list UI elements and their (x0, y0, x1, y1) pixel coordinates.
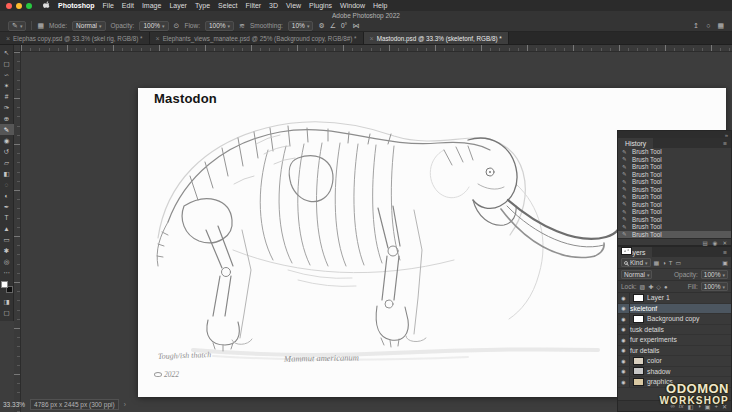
layer-row-shadow[interactable]: ◉shadow (618, 367, 731, 378)
history-entry[interactable]: ✎Brush Tool (618, 208, 731, 216)
airbrush-icon[interactable]: ≋ (239, 22, 245, 30)
color-swatches[interactable] (1, 281, 13, 293)
layer-row-skeletonf[interactable]: ◉skeletonf (618, 304, 731, 315)
layer-row-fur-details[interactable]: ◉fur details (618, 346, 731, 357)
history-entry[interactable]: ✎Brush Tool (618, 148, 731, 156)
search-icon[interactable]: ○ (706, 22, 710, 29)
status-chevron-icon[interactable]: › (124, 401, 126, 408)
document-info[interactable]: 4786 px x 2445 px (300 ppi) (30, 399, 119, 410)
lock-transparency-icon[interactable]: ▨ (640, 283, 646, 290)
menu-select[interactable]: Select (218, 2, 237, 9)
menu-type[interactable]: Type (195, 2, 210, 9)
zoom-tool[interactable]: ◎ (0, 256, 14, 267)
layer-row-fur-experiments[interactable]: ◉fur experiments (618, 335, 731, 346)
menu-layer[interactable]: Layer (169, 2, 187, 9)
menu-image[interactable]: Image (142, 2, 161, 9)
visibility-eye-icon[interactable]: ◉ (618, 377, 630, 387)
lock-all-icon[interactable]: ● (664, 284, 668, 290)
share-icon[interactable]: ↥ (693, 22, 699, 30)
layer-row-color[interactable]: ◉color (618, 356, 731, 367)
lock-position-icon[interactable]: ◇ (656, 283, 661, 290)
eraser-tool[interactable]: ▱ (0, 157, 14, 168)
collapse-panel-icon[interactable]: » (725, 132, 728, 138)
delete-state-icon[interactable]: ✕ (722, 240, 727, 246)
visibility-eye-icon[interactable]: ◉ (618, 356, 630, 366)
history-entry[interactable]: ✎Brush Tool (618, 216, 731, 224)
quick-mask-button[interactable]: ◨ (0, 296, 14, 307)
fullscreen-window-button[interactable] (26, 3, 32, 9)
foreground-color-swatch[interactable] (1, 281, 8, 288)
layer-row-background-copy[interactable]: ◉Background copy (618, 314, 731, 325)
history-entry[interactable]: ✎Brush Tool (618, 178, 731, 186)
screen-mode-button[interactable]: ▢ (0, 307, 14, 318)
lasso-tool[interactable]: ∽ (0, 69, 14, 80)
eyedropper-tool[interactable]: ✑ (0, 102, 14, 113)
pen-tool[interactable]: ✒ (0, 201, 14, 212)
filter-adjustment-layers-icon[interactable]: ◑ (662, 260, 666, 266)
history-entry-current[interactable]: ✎Brush Tool (618, 231, 731, 239)
gradient-tool[interactable]: ◧ (0, 168, 14, 179)
layer-opacity-select[interactable]: 100%▾ (701, 270, 728, 279)
brush-tool[interactable]: ✎ (0, 124, 14, 135)
symmetry-icon[interactable]: ⋈ (352, 22, 359, 30)
visibility-eye-icon[interactable]: ◉ (618, 293, 630, 303)
close-window-button[interactable] (6, 3, 12, 9)
smoothing-select[interactable]: 10%▾ (288, 21, 314, 31)
flow-select[interactable]: 100%▾ (205, 21, 234, 31)
visibility-eye-icon[interactable]: ◉ (618, 367, 630, 377)
close-icon[interactable]: × (156, 35, 160, 42)
move-tool[interactable]: ↖ (0, 47, 14, 58)
menu-plugins[interactable]: Plugins (309, 2, 332, 9)
layer-fill-select[interactable]: 100%▾ (701, 282, 728, 291)
menu-file[interactable]: File (103, 2, 114, 9)
apple-menu-icon[interactable] (42, 1, 50, 11)
history-entry[interactable]: ✎Brush Tool (618, 171, 731, 179)
close-icon[interactable]: × (6, 35, 10, 42)
blur-tool[interactable]: ◌ (0, 179, 14, 190)
history-entry[interactable]: ✎Brush Tool (618, 193, 731, 201)
visibility-eye-icon[interactable]: ◉ (618, 325, 630, 335)
object-selection-tool[interactable]: ✶ (0, 80, 14, 91)
visibility-eye-icon[interactable]: ◉ (618, 346, 630, 356)
menu-filter[interactable]: Filter (246, 2, 262, 9)
panel-menu-icon[interactable]: ≡ (723, 247, 731, 257)
close-icon[interactable]: × (370, 35, 374, 42)
opacity-select[interactable]: 100%▾ (139, 21, 168, 31)
menu-help[interactable]: Help (373, 2, 387, 9)
visibility-eye-icon[interactable]: ◉ (618, 335, 630, 345)
menu-edit[interactable]: Edit (122, 2, 134, 9)
history-entry[interactable]: ✎Brush Tool (618, 163, 731, 171)
layer-row-layer-1[interactable]: ◉Layer 1 (618, 293, 731, 304)
visibility-eye-icon[interactable]: ◉ (618, 304, 630, 314)
panel-menu-icon[interactable]: ≡ (723, 138, 731, 148)
vertical-ruler[interactable] (14, 52, 21, 412)
type-tool[interactable]: T (0, 212, 14, 223)
menu-window[interactable]: Window (340, 2, 365, 9)
filter-kind-select[interactable]: Kind▾ (621, 258, 651, 267)
history-entry[interactable]: ✎Brush Tool (618, 201, 731, 209)
menu-photoshop[interactable]: Photoshop (58, 2, 95, 9)
tab-mastodon-active[interactable]: × Mastodon.psd @ 33.3% (skeletonf, RGB/8… (364, 32, 509, 44)
new-doc-from-state-icon[interactable]: ▤ (702, 240, 707, 246)
clone-stamp-tool[interactable]: ◉ (0, 135, 14, 146)
filter-shape-layers-icon[interactable]: ▭ (676, 259, 682, 266)
marquee-tool[interactable]: ▢ (0, 58, 14, 69)
history-tab[interactable]: History (618, 138, 653, 148)
layer-blend-mode-select[interactable]: Normal▾ (621, 270, 652, 279)
minimize-window-button[interactable] (16, 3, 22, 9)
history-entry[interactable]: ✎Brush Tool (618, 223, 731, 231)
new-snapshot-icon[interactable]: ◉ (713, 240, 718, 246)
tab-elephants-views[interactable]: × Elephants_views_manatee.psd @ 25% (Bac… (150, 32, 364, 44)
shape-tool[interactable]: ▭ (0, 234, 14, 245)
crop-tool[interactable]: # (0, 91, 14, 102)
filter-toggle-icon[interactable]: ▣ (722, 259, 728, 266)
brush-settings-panel-icon[interactable]: ▦ (37, 22, 44, 30)
visibility-eye-icon[interactable]: ◉ (618, 314, 630, 324)
menu-3d[interactable]: 3D (269, 2, 278, 9)
filter-pixel-layers-icon[interactable]: ▦ (654, 259, 660, 266)
tool-preset-picker[interactable]: ✎▾ (8, 21, 26, 31)
blend-mode-select[interactable]: Normal▾ (72, 21, 105, 31)
layer-row-tusk-details[interactable]: ◉tusk details (618, 325, 731, 336)
history-brush-tool[interactable]: ↺ (0, 146, 14, 157)
filter-type-layers-icon[interactable]: T (669, 260, 673, 266)
